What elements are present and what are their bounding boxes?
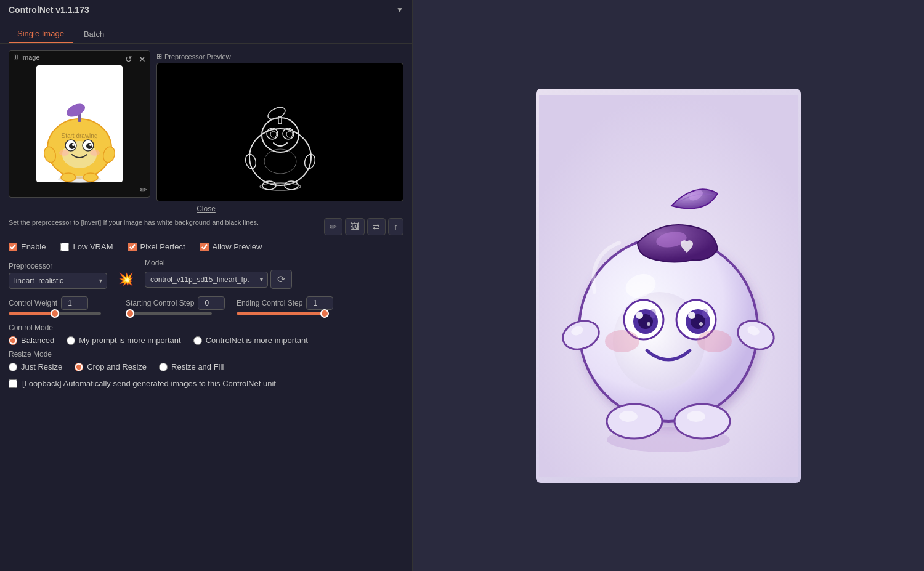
checkboxes-row: Enable Low VRAM Pixel Perfect Allow Prev… — [0, 238, 412, 255]
preprocessor-box-wrapper: ⊞ Preprocessor Preview — [156, 50, 403, 201]
main-character-svg — [539, 95, 798, 477]
svg-point-15 — [89, 144, 92, 146]
preprocessor-group: Preprocessor lineart_realistic lineart n… — [9, 262, 107, 289]
close-btn-row: Close — [0, 201, 412, 216]
svg-point-54 — [647, 322, 650, 326]
svg-point-12 — [69, 143, 75, 149]
undo-button[interactable]: ↺ — [124, 53, 134, 65]
just-resize-label: Just Resize — [21, 362, 62, 371]
allow-preview-checkbox[interactable] — [200, 243, 209, 251]
low-vram-checkbox-item[interactable]: Low VRAM — [60, 242, 113, 251]
resize-fill-label: Resize and Fill — [171, 362, 224, 371]
loopback-section: [Loopback] Automatically send generated … — [0, 374, 412, 393]
preprocessor-image-box — [156, 63, 403, 201]
controlnet-label: ControlNet is more important — [206, 336, 308, 345]
ending-step-col: Ending Control Step — [237, 296, 347, 315]
upload-toolbar-btn[interactable]: ↑ — [388, 218, 403, 235]
svg-point-62 — [605, 330, 639, 352]
resize-fill[interactable]: Resize and Fill — [159, 362, 224, 371]
close-image-button[interactable]: ✕ — [137, 53, 147, 65]
svg-point-16 — [59, 150, 69, 156]
svg-point-41 — [619, 411, 638, 422]
loopback-label: [Loopback] Automatically send generated … — [22, 379, 276, 388]
title-dropdown-icon[interactable]: ▼ — [396, 6, 403, 14]
pixel-perfect-checkbox[interactable] — [128, 243, 137, 251]
hint-text: Set the preprocessor to [invert] If your… — [9, 218, 318, 227]
starting-step-col: Starting Control Step — [126, 296, 230, 315]
model-select[interactable]: control_v11p_sd15_lineart_fp. control_v1… — [145, 272, 268, 288]
control-weight-input[interactable] — [61, 296, 88, 310]
control-weight-col: Control Weight — [9, 296, 120, 315]
svg-point-13 — [86, 143, 92, 149]
low-vram-label: Low VRAM — [73, 242, 113, 251]
image-toolbar-btn[interactable]: 🖼 — [345, 218, 365, 235]
svg-point-61 — [702, 309, 708, 318]
svg-text:Start drawing: Start drawing — [62, 132, 98, 139]
preprocessor-label-header: ⊞ Preprocessor Preview — [156, 50, 403, 63]
model-label: Model — [145, 259, 292, 267]
control-mode-controlnet[interactable]: ControlNet is more important — [193, 336, 308, 345]
starting-step-slider[interactable] — [126, 312, 212, 315]
model-select-wrapper: control_v11p_sd15_lineart_fp. control_v1… — [145, 272, 268, 288]
low-vram-checkbox[interactable] — [60, 243, 69, 251]
images-row: ⊞ Image ↺ ✕ — [0, 44, 412, 201]
close-button[interactable]: Close — [197, 205, 216, 213]
just-resize-radio[interactable] — [9, 363, 17, 371]
tabs-row: Single Image Batch — [0, 20, 412, 44]
source-image-box: ⊞ Image ↺ ✕ — [9, 50, 150, 198]
swap-toolbar-btn[interactable]: ⇄ — [367, 218, 386, 235]
allow-preview-checkbox-item[interactable]: Allow Preview — [200, 242, 262, 251]
model-group: Model control_v11p_sd15_lineart_fp. cont… — [145, 259, 292, 289]
balanced-label: Balanced — [21, 336, 54, 345]
right-panel — [413, 0, 924, 571]
control-mode-label: Control Mode — [9, 323, 403, 332]
crop-resize-label: Crop and Resize — [87, 362, 147, 371]
three-sliders: Control Weight Starting Control Step End… — [9, 296, 403, 315]
balanced-radio[interactable] — [9, 336, 17, 345]
prompt-radio[interactable] — [67, 336, 75, 345]
tab-batch[interactable]: Batch — [75, 25, 113, 43]
loopback-checkbox[interactable] — [9, 379, 17, 388]
preprocessor-select[interactable]: lineart_realistic lineart none — [9, 273, 107, 289]
hint-toolbar-row: Set the preprocessor to [invert] If your… — [0, 216, 412, 238]
source-character-svg: Start drawing — [30, 59, 129, 188]
preprocessor-select-wrapper: lineart_realistic lineart none — [9, 273, 107, 289]
starting-step-header: Starting Control Step — [126, 296, 230, 310]
control-weight-header: Control Weight — [9, 296, 120, 310]
resize-just[interactable]: Just Resize — [9, 362, 62, 371]
model-refresh-button[interactable]: ⟳ — [270, 270, 292, 289]
control-mode-prompt[interactable]: My prompt is more important — [67, 336, 180, 345]
ending-step-label: Ending Control Step — [237, 299, 302, 307]
control-mode-section: Control Mode Balanced My prompt is more … — [0, 318, 412, 347]
control-mode-balanced[interactable]: Balanced — [9, 336, 54, 345]
controlnet-radio[interactable] — [193, 336, 202, 345]
enable-checkbox[interactable] — [9, 243, 17, 251]
edit-toolbar-btn[interactable]: ✏ — [324, 218, 342, 235]
title-bar: ControlNet v1.1.173 ▼ — [0, 0, 412, 20]
resize-crop[interactable]: Crop and Resize — [75, 362, 147, 371]
dropdowns-row: Preprocessor lineart_realistic lineart n… — [0, 255, 412, 293]
svg-point-53 — [636, 312, 643, 319]
starting-step-label: Starting Control Step — [126, 299, 194, 307]
ending-step-slider[interactable] — [237, 312, 329, 315]
resize-fill-radio[interactable] — [159, 363, 168, 371]
svg-point-60 — [699, 322, 703, 326]
crop-resize-radio[interactable] — [75, 363, 83, 371]
starting-step-input[interactable] — [198, 296, 225, 310]
control-mode-radio-row: Balanced My prompt is more important Con… — [9, 336, 403, 345]
svg-point-4 — [61, 173, 76, 182]
resize-mode-section: Resize Mode Just Resize Crop and Resize … — [0, 347, 412, 374]
tab-single-image[interactable]: Single Image — [9, 25, 73, 43]
brush-icon[interactable]: ✏ — [140, 185, 147, 195]
ending-step-input[interactable] — [306, 296, 333, 310]
enable-label: Enable — [21, 242, 46, 251]
pixel-perfect-checkbox-item[interactable]: Pixel Perfect — [128, 242, 185, 251]
ending-step-header: Ending Control Step — [237, 296, 347, 310]
main-preview-image — [536, 89, 801, 483]
enable-checkbox-item[interactable]: Enable — [9, 242, 46, 251]
svg-rect-19 — [232, 66, 328, 198]
fire-button[interactable]: 💥 — [116, 269, 136, 289]
image-label: ⊞ Image — [13, 53, 40, 61]
svg-point-59 — [688, 312, 695, 319]
control-weight-slider[interactable] — [9, 312, 101, 315]
